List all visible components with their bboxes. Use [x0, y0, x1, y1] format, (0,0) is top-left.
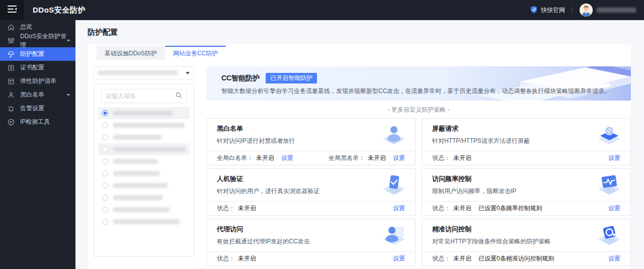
radio-icon	[102, 146, 108, 152]
card-footer: 状态： 未开启 设置	[207, 251, 415, 265]
whitelist-label: 全局白名单：	[217, 154, 253, 162]
domain-radio-row[interactable]	[98, 143, 190, 155]
sidebar-item-alert-settings[interactable]: 告警设置	[0, 102, 75, 115]
sidebar-item-ip-check-tool[interactable]: IP IP检测工具	[0, 115, 75, 129]
card-desc: 针对访问的用户，进行真实浏览器验证	[217, 187, 405, 196]
settings-link[interactable]: 设置	[608, 254, 620, 263]
sidebar-item-certificate-config[interactable]: 证书配置	[0, 61, 75, 74]
blacklist-settings-link[interactable]: 设置	[393, 154, 405, 162]
official-site-label: 快快官网	[541, 6, 565, 15]
domain-radio-row[interactable]	[98, 204, 190, 216]
status-value: 未开启	[453, 154, 471, 162]
radio-icon	[102, 134, 108, 140]
domain-name-redacted	[113, 159, 157, 164]
settings-link[interactable]: 设置	[608, 204, 620, 213]
card-desc: 针对访问IP进行封禁或者放行	[217, 137, 405, 145]
rules-count-text: 已设置0条精准访问控制规则	[478, 254, 554, 263]
status-value: 未开启	[238, 204, 256, 213]
smart-protection-status-badge: 已开启智能防护	[266, 73, 317, 83]
settings-link[interactable]: 设置	[393, 204, 405, 213]
target-cube-icon	[597, 224, 621, 248]
brand-shield-icon	[530, 6, 541, 15]
card-rate-limit: 访问频率控制 限制用户访问频率，阻断攻击IP	[422, 168, 631, 216]
sidebar-item-label: IP检测工具	[20, 118, 50, 126]
official-site-link[interactable]: 快快官网	[530, 6, 565, 15]
settings-link[interactable]: 设置	[393, 254, 405, 263]
domain-radio-row[interactable]	[98, 167, 190, 180]
domain-list	[98, 107, 190, 228]
umbrella-icon	[7, 50, 15, 58]
svg-text:IP: IP	[10, 121, 13, 124]
avatar[interactable]	[580, 4, 593, 17]
domain-radio-row[interactable]	[98, 180, 190, 192]
domain-name-redacted	[113, 183, 168, 188]
radio-icon	[102, 170, 108, 176]
protection-cards-grid: 黑白名单 针对访问IP进行封禁或者放行	[206, 118, 631, 266]
sidebar-item-ddos-management[interactable]: DDoS安全防护管理	[0, 34, 75, 47]
radio-icon	[102, 183, 108, 189]
sidebar-item-label: 弹性防护清单	[20, 77, 56, 85]
select-caret-icon	[186, 72, 190, 74]
radio-icon	[102, 122, 108, 128]
card-proxy-access: 代理访问 有效拦截通过代理IP发起的CC攻击	[206, 219, 416, 266]
domain-name-redacted	[113, 147, 186, 152]
whitelist-settings-link[interactable]: 设置	[281, 154, 293, 162]
sidebar-item-label: 黑白名单	[20, 91, 44, 99]
person-cube-icon	[382, 123, 406, 147]
radio-icon	[102, 158, 108, 164]
instance-select[interactable]	[94, 66, 194, 79]
sidebar-item-label: 总览	[20, 23, 32, 31]
radio-icon	[102, 219, 108, 225]
whitelist-status: 未开启	[256, 154, 274, 162]
cc-protection-area: CC智能防护 已开启智能防护 智能大数据分析引擎自学习业务流量基线，发现并阻断新…	[206, 66, 631, 266]
card-black-white-list: 黑白名单 针对访问IP进行封禁或者放行	[206, 118, 416, 165]
card-title: 屏蔽请求	[432, 124, 620, 133]
smart-protection-title: CC智能防护	[221, 74, 260, 83]
radio-icon	[102, 207, 108, 213]
domain-radio-row[interactable]	[98, 107, 190, 119]
sidebar-item-label: 防护配置	[20, 50, 44, 58]
status-value: 未开启	[238, 254, 256, 263]
domain-radio-row[interactable]	[98, 216, 190, 228]
domain-list-box	[94, 83, 194, 257]
main-content: 防护配置 基础设施DDoS防护 网站业务CC防护	[75, 20, 644, 269]
card-desc: 针对HTTP/HTTPS请求方法进行屏蔽	[432, 137, 620, 145]
status-label: 状态：	[217, 254, 235, 263]
settings-link[interactable]: 设置	[608, 154, 620, 162]
smart-protection-banner: CC智能防护 已开启智能防护 智能大数据分析引擎自学习业务流量基线，发现并阻断新…	[206, 66, 631, 101]
domain-name-redacted	[113, 195, 163, 200]
domain-name-redacted	[113, 135, 162, 140]
tab-website-cc[interactable]: 网站业务CC防护	[165, 46, 226, 60]
rules-count-text: 已设置0条频率控制规则	[478, 204, 542, 213]
collapse-menu-button[interactable]	[0, 0, 24, 20]
more-strategies-divider: - 更多自定义防护策略 -	[206, 106, 631, 114]
card-footer: 状态： 未开启 已设置0条精准访问控制规则 设置	[422, 251, 630, 265]
pulse-cube-icon	[597, 173, 621, 198]
smart-protection-desc: 智能大数据分析引擎自学习业务流量基线，发现并阻断新型CC攻击，在流量异常时，基于…	[221, 87, 616, 96]
chevron-down-icon	[66, 40, 70, 42]
card-desc: 对常见HTTP字段做条件组合策略的防护策略	[432, 237, 620, 246]
card-captcha: 人机验证 针对访问的用户，进行真实浏览器验证	[206, 168, 416, 216]
domain-radio-row[interactable]	[98, 119, 190, 131]
sidebar-item-elastic-protection-list[interactable]: 弹性防护清单	[0, 74, 75, 88]
user-icon	[7, 91, 15, 99]
domain-name-redacted	[113, 111, 173, 116]
card-title: 代理访问	[217, 225, 405, 234]
blacklist-status: 未开启	[368, 154, 386, 162]
page-header: 防护配置	[75, 20, 644, 44]
domain-search-input[interactable]	[106, 93, 176, 100]
radio-selected-icon	[102, 110, 108, 116]
content-card: 基础设施DDoS防护 网站业务CC防护	[88, 44, 631, 269]
proxy-cube-icon	[382, 224, 406, 248]
tab-infrastructure-ddos[interactable]: 基础设施DDoS防护	[97, 46, 165, 60]
domain-radio-row[interactable]	[98, 192, 190, 204]
home-icon	[7, 23, 15, 31]
domain-radio-row[interactable]	[98, 131, 190, 143]
card-desc: 有效拦截通过代理IP发起的CC攻击	[217, 237, 405, 246]
domain-radio-row[interactable]	[98, 155, 190, 167]
status-value: 未开启	[453, 254, 471, 263]
sidebar-item-label: 告警设置	[20, 104, 44, 113]
sidebar-item-protection-config[interactable]: 防护配置	[0, 47, 75, 61]
sidebar-item-black-white-list[interactable]: 黑白名单	[0, 88, 75, 102]
list-icon	[7, 77, 15, 85]
